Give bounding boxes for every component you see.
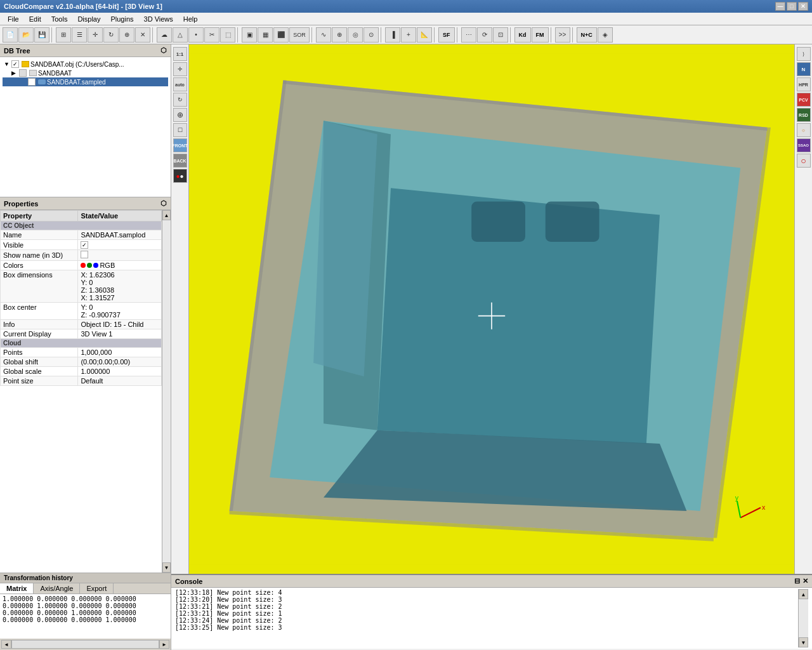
transform-title: Transformation history — [4, 574, 73, 581]
tb-extra[interactable]: ◈ — [598, 27, 613, 43]
tree-check-cloud[interactable]: ✓ — [28, 78, 36, 86]
tb-dist[interactable]: ◎ — [348, 27, 363, 43]
tb-move[interactable]: ✛ — [88, 27, 103, 43]
tb-hist[interactable]: ▐ — [385, 27, 400, 43]
tab-matrix[interactable]: Matrix — [0, 583, 34, 594]
properties-scrollbar[interactable]: ▲ ▼ — [162, 210, 171, 573]
console-float-btn[interactable]: ⊟ — [794, 577, 800, 585]
console-scroll-up[interactable]: ▲ — [799, 589, 808, 599]
tab-axisangle[interactable]: Axis/Angle — [34, 583, 80, 594]
tb-open[interactable]: 📂 — [18, 27, 34, 43]
tb-new[interactable]: 📄 — [3, 27, 18, 43]
tb-color[interactable]: ⬛ — [273, 27, 289, 43]
menu-3dviews[interactable]: 3D Views — [139, 14, 178, 24]
back-view-btn[interactable]: BACK — [173, 154, 187, 168]
hscroll-right-btn[interactable]: ► — [159, 640, 169, 649]
tb-curv[interactable]: ⊕ — [332, 27, 347, 43]
menu-tools[interactable]: Tools — [46, 14, 73, 24]
tree-check-group[interactable] — [19, 69, 27, 77]
auto-fit-btn[interactable]: auto — [173, 77, 187, 91]
tb-grid[interactable]: ⊞ — [56, 27, 71, 43]
tb-norm[interactable]: ∿ — [316, 27, 331, 43]
circle-btn[interactable]: ○ — [797, 154, 811, 168]
tb-ruler[interactable]: 📐 — [417, 27, 432, 43]
tb-cloud[interactable]: ☁ — [157, 27, 172, 43]
tb-ref[interactable]: ⬚ — [220, 27, 235, 43]
close-button[interactable]: ✕ — [798, 2, 808, 11]
prop-row-pointsize: Point size Default — [1, 376, 162, 386]
tb-kd[interactable]: Kd — [514, 27, 531, 43]
tb-seg2[interactable]: ⋯ — [461, 27, 476, 43]
color-mode-btn[interactable]: ● ● — [173, 169, 187, 183]
tb-select[interactable]: ☰ — [72, 27, 87, 43]
console-text: [12:33:18] New point size: 4 [12:33:20] … — [175, 589, 798, 647]
tb-sf[interactable]: SF — [438, 27, 455, 43]
tb-rotate[interactable]: ↻ — [103, 27, 119, 43]
tb-save[interactable]: 💾 — [34, 27, 49, 43]
prop-label-display: Current Display — [1, 329, 78, 339]
minimize-button[interactable]: — — [775, 2, 785, 11]
tb-proj[interactable]: ⟳ — [477, 27, 492, 43]
tree-item-cloud[interactable]: ✓ SANDBAAT.sampled — [3, 77, 168, 86]
tb-mesh[interactable]: △ — [173, 27, 188, 43]
prop-value-pointsize[interactable]: Default — [78, 376, 162, 386]
tree-label-cloud: SANDBAAT.sampled — [47, 79, 106, 86]
translate-tool-btn[interactable]: ✛ — [173, 62, 187, 76]
red-dot — [81, 263, 86, 268]
prop-value-colors[interactable]: RGB — [78, 261, 162, 270]
tb-fm[interactable]: FM — [532, 27, 549, 43]
zoom-view-btn[interactable]: ⊕ — [173, 108, 187, 122]
menu-file[interactable]: File — [3, 14, 24, 24]
tb-cam[interactable]: ⊡ — [493, 27, 508, 43]
menu-display[interactable]: Display — [72, 14, 105, 24]
console-scroll-down[interactable]: ▼ — [799, 637, 808, 647]
maximize-button[interactable]: □ — [787, 2, 797, 11]
ssao-btn[interactable]: SSAO — [797, 138, 811, 152]
tb-sor[interactable]: SOR — [289, 27, 310, 43]
prop-value-display[interactable]: 3D View 1 — [78, 329, 162, 339]
rsd-btn[interactable]: RSD — [797, 108, 811, 122]
prop-value-name[interactable]: SANDBAAT.samplod — [78, 230, 162, 240]
tb-filter[interactable]: ▣ — [242, 27, 257, 43]
pcv-btn[interactable]: PCV — [797, 93, 811, 107]
prop-value-visible[interactable]: ✓ — [78, 240, 162, 250]
properties-expand-icon[interactable]: ⬡ — [160, 199, 167, 208]
folder-icon — [22, 61, 29, 67]
scroll-right-btn[interactable]: ⟩ — [797, 47, 811, 61]
viewport[interactable]: x y — [189, 44, 794, 574]
dbtree-expand-icon[interactable]: ⬡ — [160, 46, 167, 55]
tb-seg[interactable]: ✂ — [204, 27, 219, 43]
tb-point[interactable]: • — [188, 27, 204, 43]
edl-btn[interactable]: ○ — [797, 123, 811, 137]
tab-export[interactable]: Export — [80, 583, 114, 594]
tb-scale[interactable]: ⊕ — [119, 27, 134, 43]
scroll-down-btn[interactable]: ▼ — [162, 562, 171, 573]
hscroll-left-btn[interactable]: ◄ — [1, 640, 11, 649]
tree-item-root[interactable]: ▼ ✓ SANDBAAT.obj (C:/Users/Casp... — [3, 60, 168, 69]
tb-delete[interactable]: ✕ — [135, 27, 150, 43]
tree-check-root[interactable]: ✓ — [11, 60, 19, 68]
tb-icp[interactable]: ⊙ — [363, 27, 379, 43]
transform-tabs: Matrix Axis/Angle Export — [0, 583, 171, 594]
tb-nc[interactable]: N+C — [577, 27, 597, 43]
hscroll-track[interactable] — [11, 640, 159, 649]
prop-value-showname[interactable] — [78, 250, 162, 261]
tb-sample[interactable]: ▦ — [258, 27, 273, 43]
north-indicator[interactable]: N — [797, 62, 811, 76]
console-close-btn[interactable]: ✕ — [802, 577, 808, 585]
menu-help[interactable]: Help — [178, 14, 203, 24]
scale-1-1-btn[interactable]: 1:1 — [173, 47, 187, 61]
menu-plugins[interactable]: Plugins — [105, 14, 138, 24]
tree-item-group[interactable]: ▶ SANDBAAT — [3, 69, 168, 77]
front-view-btn[interactable]: FRONT — [173, 138, 187, 152]
select-rect-btn[interactable]: ☐ — [173, 123, 187, 137]
prop-label-gscale: Global scale — [1, 367, 78, 376]
menu-edit[interactable]: Edit — [24, 14, 46, 24]
tb-sep8 — [510, 27, 513, 43]
hpr-btn[interactable]: HPR — [797, 77, 811, 91]
tb-expand[interactable]: >> — [555, 27, 570, 43]
section-label-cloud: Cloud — [1, 339, 162, 348]
rotate-view-btn[interactable]: ↻ — [173, 93, 187, 107]
tb-plane[interactable]: + — [401, 27, 416, 43]
scroll-up-btn[interactable]: ▲ — [162, 210, 171, 220]
